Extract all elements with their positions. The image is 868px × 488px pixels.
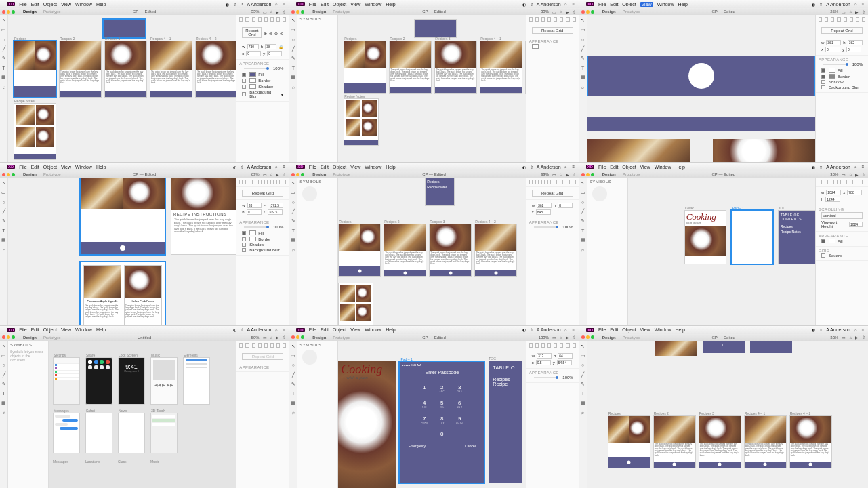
key-4[interactable]: 4GHI — [419, 400, 430, 409]
device-preview-icon[interactable]: ▭ — [263, 9, 267, 14]
boolean-op-icon[interactable]: ⊖ — [269, 30, 272, 35]
repeat-grid-button[interactable]: Repeat Grid — [242, 27, 262, 38]
blur-toggle[interactable] — [242, 92, 246, 96]
passcode-title: Enter Passcode — [426, 370, 459, 375]
tool-panel: ↖ ▭ ○ ╱ ✎ T ▦ ⌕ — [0, 15, 8, 162]
key-8[interactable]: 8TUV — [436, 415, 447, 424]
tab-prototype[interactable]: Prototype — [43, 9, 61, 14]
xd-window-9: XDFileEditObjectViewWindowHelp◐⇧A Anders… — [579, 326, 868, 488]
traffic-lights[interactable] — [2, 10, 15, 14]
share-icon[interactable]: ⇧ — [283, 9, 286, 14]
scrolling-select[interactable]: Vertical — [821, 212, 863, 219]
shadow-toggle[interactable] — [242, 85, 246, 89]
key-1[interactable]: 1 — [419, 384, 430, 393]
key-6[interactable]: 6MNO — [454, 400, 465, 409]
align-controls[interactable] — [236, 15, 289, 24]
play-icon[interactable]: ▶ — [276, 9, 279, 14]
passcode-keypad: 1 2ABC 3DEF 4GHI 5JKL 6MNO 7PQRS 8TUV 9W… — [419, 384, 465, 437]
xd-window-2: XDFileEditObjectViewWindowHelp◐⇧A Anders… — [289, 0, 578, 162]
key-0[interactable]: 0 — [436, 431, 447, 437]
cancel-button[interactable]: Cancel — [465, 444, 476, 448]
desktop-preview-icon[interactable]: ⌂ — [270, 9, 273, 14]
xd-window-6: XDFileEditObjectViewWindowHelp◐⇧A Anders… — [579, 163, 868, 325]
doc-title: CP — Edited — [133, 9, 157, 14]
recipe-instructions-heading: RECIPE INSTRUCTIONS — [173, 212, 234, 216]
w-field[interactable]: 730 — [247, 44, 259, 49]
key-9[interactable]: 9WXYZ — [454, 415, 465, 424]
line-tool[interactable]: ╱ — [1, 46, 7, 52]
window-titlebar: Design Prototype CP — Edited 33% ▭ ⌂ ▶ ⇧ — [0, 8, 289, 15]
tab-design[interactable]: Design — [23, 9, 37, 14]
notifications-icon[interactable]: ≡ — [281, 2, 286, 7]
status-icon: ◐ — [225, 2, 230, 7]
menu-object[interactable]: Object — [43, 2, 57, 7]
key-2[interactable]: 2ABC — [436, 384, 447, 393]
key-3[interactable]: 3DEF — [454, 384, 465, 393]
opacity-value[interactable]: 100% — [273, 66, 283, 70]
status-icon: ♪ — [240, 2, 245, 7]
symbols-panel: SYMBOLS — [297, 15, 338, 162]
h-field[interactable]: 38 — [265, 44, 276, 49]
menu-file[interactable]: File — [19, 2, 26, 7]
border-toggle[interactable] — [242, 79, 246, 83]
macos-menubar: XD File Edit Object View Window Help ◐ ⇧… — [0, 0, 289, 8]
xd-window-8: XDFileEditObjectViewWindowHelp◐⇧A Anders… — [289, 326, 578, 488]
menu-window[interactable]: Window — [75, 2, 92, 7]
y-field[interactable]: 0 — [267, 51, 282, 56]
rect-tool[interactable]: ▭ — [1, 27, 7, 33]
fill-swatch[interactable] — [249, 72, 256, 77]
spotlight-icon[interactable]: ⌕ — [274, 2, 278, 7]
xd-app-icon[interactable]: XD — [7, 2, 15, 6]
artboard-tool[interactable]: ▦ — [1, 75, 7, 80]
select-tool[interactable]: ↖ — [1, 18, 7, 23]
ipad-artboard-label: iPad – 1 — [732, 206, 744, 210]
xd-window-5: XDFileEditObjectViewWindowHelp◐⇧A Anders… — [289, 163, 578, 325]
border-swatch[interactable] — [249, 78, 256, 83]
menu-edit[interactable]: Edit — [31, 2, 39, 7]
menu-view-highlighted[interactable]: View — [640, 2, 653, 7]
pen-tool[interactable]: ✎ — [1, 56, 7, 61]
ellipse-tool[interactable]: ○ — [1, 37, 7, 42]
xd-window-3: XDFileEditObjectViewWindowHelp◐⇧A Anders… — [579, 0, 868, 162]
text-tool[interactable]: T — [1, 65, 7, 70]
xd-window-1: XD File Edit Object View Window Help ◐ ⇧… — [0, 0, 289, 162]
menu-view[interactable]: View — [61, 2, 71, 7]
property-inspector: Repeat Grid⊕⊖⊗⊘ w 730 h 38 🔒 x 0 y 0 APP… — [236, 15, 289, 162]
x-field[interactable]: 0 — [246, 51, 261, 56]
boolean-op-icon[interactable]: ⊘ — [280, 30, 283, 35]
zoom-value[interactable]: 33% — [251, 9, 260, 14]
boolean-op-icon[interactable]: ⊗ — [274, 30, 278, 35]
status-icon: ⇧ — [232, 2, 237, 7]
emergency-button[interactable]: Emergency — [409, 444, 426, 448]
xd-window-4: XDFileEditObjectViewWindowHelp◐⇧A Anders… — [0, 163, 289, 325]
menu-help[interactable]: Help — [96, 2, 106, 7]
canvas[interactable]: Recipes Recipes 2 The quick brown fox ju… — [8, 15, 236, 162]
fill-toggle[interactable] — [242, 73, 246, 77]
key-5[interactable]: 5JKL — [436, 400, 447, 409]
doc-title-untitled: Untitled — [138, 336, 151, 340]
zoom-tool[interactable]: ⌕ — [1, 84, 7, 89]
xd-window-7: XDFileEditObjectViewWindowHelp◐⇧A Anders… — [0, 326, 289, 488]
boolean-op-icon[interactable]: ⊕ — [264, 30, 267, 35]
user-name[interactable]: A Anderson — [247, 2, 272, 7]
key-7[interactable]: 7PQRS — [419, 415, 430, 424]
